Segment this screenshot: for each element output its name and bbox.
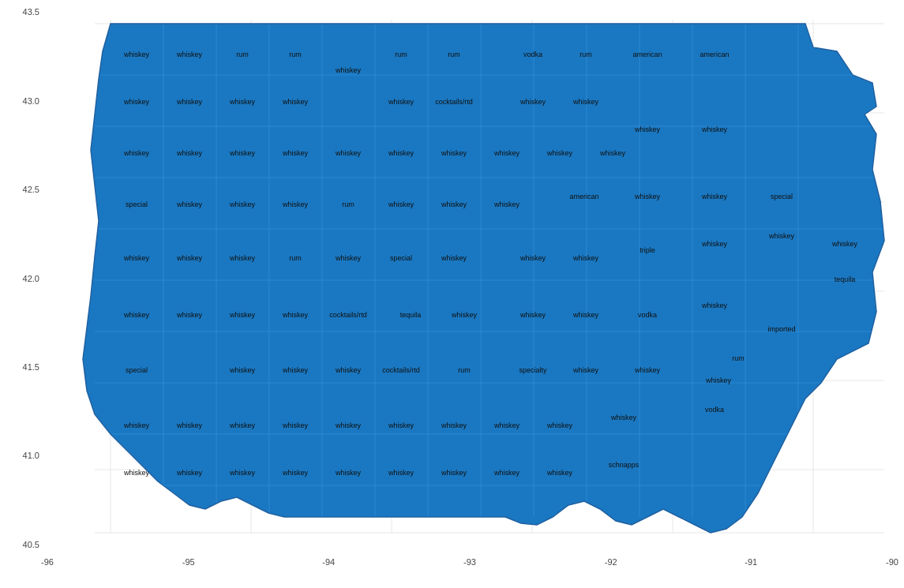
x-label-94: -94 [322,557,335,567]
x-label-93: -93 [463,557,476,567]
x-label-92: -92 [605,557,617,567]
map-area: whiskey whiskey rum rum rum rum vodka ru… [47,12,892,545]
y-label-405: 40.5 [0,540,39,549]
x-label-90: -90 [886,557,898,567]
y-label-410: 41.0 [0,451,39,460]
x-label-96: -96 [41,557,54,567]
chart-container: 43.5 43.0 42.5 42.0 41.5 41.0 40.5 -96 -… [0,0,904,588]
iowa-map-svg: whiskey whiskey rum rum rum rum vodka ru… [47,12,892,545]
y-label-420: 42.0 [0,274,39,283]
x-label-95: -95 [182,557,195,567]
y-label-415: 41.5 [0,362,39,372]
x-label-91: -91 [745,557,757,567]
y-label-435: 43.5 [0,7,39,17]
y-label-430: 43.0 [0,96,39,106]
y-label-425: 42.5 [0,185,39,194]
